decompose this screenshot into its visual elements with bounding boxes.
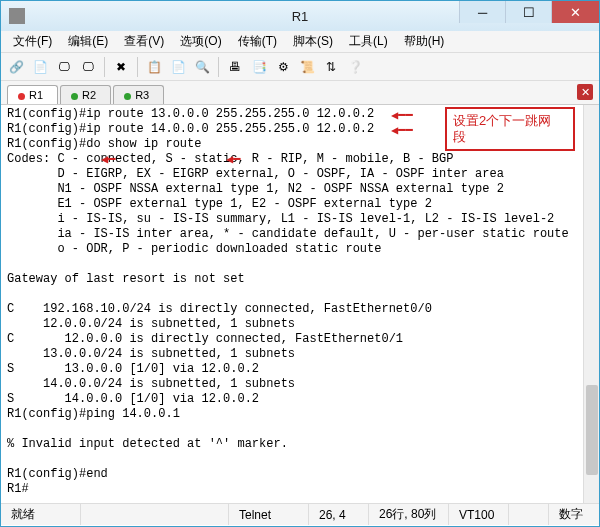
window-buttons: ─ ☐ ✕ xyxy=(459,1,599,23)
script-icon[interactable]: 📜 xyxy=(296,56,318,78)
quick-connect-icon[interactable]: 🔗 xyxy=(5,56,27,78)
tab-bar: R1 R2 R3 ✕ xyxy=(1,81,599,105)
session-icon[interactable]: 📄 xyxy=(29,56,51,78)
status-cursor: 26, 4 xyxy=(309,504,369,525)
status-spacer xyxy=(81,504,229,525)
tab-r1[interactable]: R1 xyxy=(7,85,58,104)
menu-script[interactable]: 脚本(S) xyxy=(285,31,341,52)
status-termtype: VT100 xyxy=(449,504,509,525)
menu-file[interactable]: 文件(F) xyxy=(5,31,60,52)
close-button[interactable]: ✕ xyxy=(551,1,599,23)
properties-icon[interactable]: 📑 xyxy=(248,56,270,78)
reconnect-icon[interactable]: 🖵 xyxy=(77,56,99,78)
menu-transfer[interactable]: 传输(T) xyxy=(230,31,285,52)
tab-label: R3 xyxy=(135,89,149,101)
window-title: R1 xyxy=(292,9,309,24)
title-bar: R1 ─ ☐ ✕ xyxy=(1,1,599,31)
help-icon[interactable]: ❔ xyxy=(344,56,366,78)
status-dot-icon xyxy=(18,93,25,100)
annotation-arrow-icon: ◀━━ xyxy=(391,109,413,124)
annotation-arrow-icon: ◀━ xyxy=(101,153,115,168)
terminal-output[interactable]: R1(config)#ip route 13.0.0.0 255.255.255… xyxy=(1,105,599,503)
status-dot-icon xyxy=(124,93,131,100)
maximize-button[interactable]: ☐ xyxy=(505,1,551,23)
minimize-button[interactable]: ─ xyxy=(459,1,505,23)
menu-view[interactable]: 查看(V) xyxy=(116,31,172,52)
connect-icon[interactable]: 🖵 xyxy=(53,56,75,78)
menu-options[interactable]: 选项(O) xyxy=(172,31,229,52)
status-size: 26行, 80列 xyxy=(369,504,449,525)
options-icon[interactable]: ⚙ xyxy=(272,56,294,78)
scroll-thumb[interactable] xyxy=(586,385,598,475)
annotation-arrow-icon: ◀━━ xyxy=(391,124,413,139)
menu-bar: 文件(F) 编辑(E) 查看(V) 选项(O) 传输(T) 脚本(S) 工具(L… xyxy=(1,31,599,53)
toolbar-separator xyxy=(104,57,105,77)
paste-icon[interactable]: 📄 xyxy=(167,56,189,78)
print-icon[interactable]: 🖶 xyxy=(224,56,246,78)
tab-label: R1 xyxy=(29,89,43,101)
status-numlock: 数字 xyxy=(549,504,599,525)
tab-label: R2 xyxy=(82,89,96,101)
menu-edit[interactable]: 编辑(E) xyxy=(60,31,116,52)
status-ready: 就绪 xyxy=(1,504,81,525)
tab-r2[interactable]: R2 xyxy=(60,85,111,104)
menu-help[interactable]: 帮助(H) xyxy=(396,31,453,52)
tab-r3[interactable]: R3 xyxy=(113,85,164,104)
find-icon[interactable]: 🔍 xyxy=(191,56,213,78)
status-dot-icon xyxy=(71,93,78,100)
status-protocol: Telnet xyxy=(229,504,309,525)
terminal-text: R1(config)#ip route 13.0.0.0 255.255.255… xyxy=(7,107,593,497)
menu-tools[interactable]: 工具(L) xyxy=(341,31,396,52)
toolbar-separator xyxy=(137,57,138,77)
annotation-arrow-icon: ◀━ xyxy=(226,153,240,168)
toolbar: 🔗 📄 🖵 🖵 ✖ 📋 📄 🔍 🖶 📑 ⚙ 📜 ⇅ ❔ xyxy=(1,53,599,81)
tab-close-icon[interactable]: ✕ xyxy=(577,84,593,100)
disconnect-icon[interactable]: ✖ xyxy=(110,56,132,78)
annotation-callout: 设置2个下一跳网 段 xyxy=(445,107,575,151)
toolbar-separator xyxy=(218,57,219,77)
scrollbar[interactable] xyxy=(583,105,599,503)
app-icon xyxy=(9,8,25,24)
callout-text: 设置2个下一跳网 段 xyxy=(453,113,551,144)
status-bar: 就绪 Telnet 26, 4 26行, 80列 VT100 数字 xyxy=(1,503,599,525)
copy-icon[interactable]: 📋 xyxy=(143,56,165,78)
transfer-icon[interactable]: ⇅ xyxy=(320,56,342,78)
status-caps xyxy=(509,504,549,525)
